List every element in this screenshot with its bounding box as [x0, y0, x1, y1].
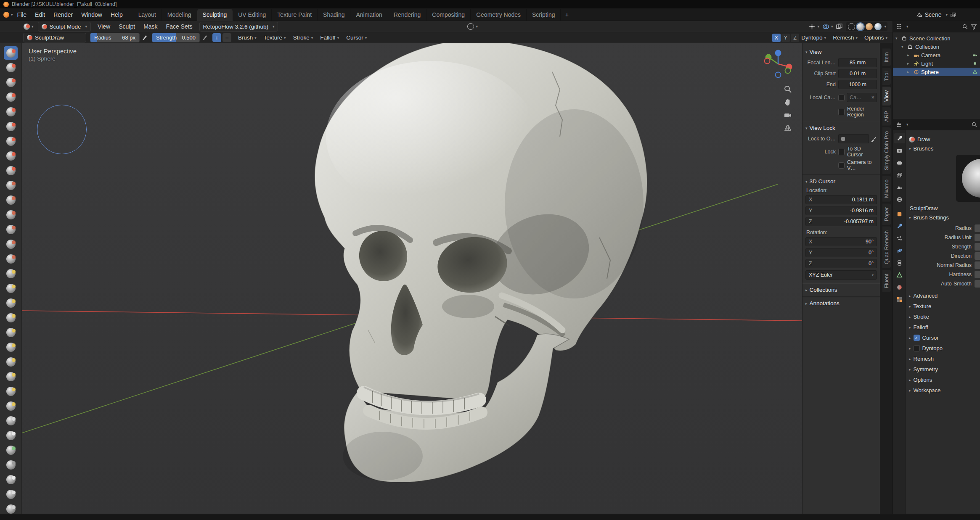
tool-simplify[interactable] — [4, 414, 18, 428]
clip-end-field[interactable]: 1000 m — [838, 80, 877, 89]
viewport-menu-mask[interactable]: Mask — [139, 23, 162, 30]
cursor-rz-field[interactable]: Z0° — [805, 259, 877, 268]
search-icon[interactable] — [962, 24, 968, 30]
outliner-editor-icon[interactable] — [896, 24, 902, 30]
tool-blob[interactable] — [4, 149, 18, 163]
workspace-tab-animation[interactable]: Animation — [350, 9, 388, 21]
workspace-tab-shading[interactable]: Shading — [318, 9, 350, 21]
section-dyntopo[interactable]: ▸Dyntopo — [909, 345, 980, 351]
tool-multi-plane-scrape[interactable] — [4, 238, 18, 251]
popover-texture[interactable]: Texture▾ — [264, 34, 286, 41]
outliner-row-scene-collection[interactable]: ▾ Scene Collection — [893, 34, 980, 42]
zoom-button[interactable] — [782, 84, 793, 95]
outliner-row-collection[interactable]: ▾ Collection — [893, 42, 980, 51]
xray-toggle-icon[interactable] — [836, 23, 843, 30]
3d-cursor-section-header[interactable]: ▾3D Cursor — [805, 178, 877, 185]
popover-brush[interactable]: Brush▾ — [238, 34, 257, 41]
tab-modifiers[interactable] — [894, 221, 905, 231]
viewport-menu-face-sets[interactable]: Face Sets — [162, 23, 197, 30]
workspace-tab-rendering[interactable]: Rendering — [388, 9, 427, 21]
disclosure-icon[interactable]: ▾ — [901, 45, 906, 49]
section-advanced[interactable]: ▸Advanced — [909, 293, 980, 299]
workspace-tab-scripting[interactable]: Scripting — [527, 9, 561, 21]
tool-clay-thumb[interactable] — [4, 105, 18, 119]
setting-row-radius-unit[interactable]: Radius Unit — [909, 233, 980, 242]
tool-boundary[interactable] — [4, 385, 18, 398]
brush-preview[interactable] — [956, 155, 980, 202]
slider-sliver[interactable] — [975, 252, 980, 260]
navigation-gizmo[interactable] — [762, 48, 794, 80]
tool-rotate[interactable] — [4, 355, 18, 369]
lock-to-object-field[interactable] — [838, 134, 869, 143]
slider-sliver[interactable] — [975, 243, 980, 251]
pan-hand-button[interactable] — [782, 97, 793, 108]
scene-selector[interactable]: Scene ▾ — [916, 8, 956, 21]
axis-z-neg-handle[interactable] — [776, 72, 781, 78]
tool-draw-face-sets[interactable] — [4, 443, 18, 457]
disclosure-icon[interactable]: ▸ — [907, 53, 911, 57]
outliner-row-camera[interactable]: ▸ Camera — [893, 51, 980, 59]
workspace-tab-modeling[interactable]: Modeling — [162, 9, 197, 21]
render-region-checkbox[interactable] — [838, 109, 845, 115]
mirror-y[interactable]: Y — [781, 34, 790, 42]
popover-cursor[interactable]: Cursor▾ — [346, 34, 367, 41]
strength-pressure-icon[interactable] — [201, 34, 208, 41]
axis-z-handle[interactable] — [775, 50, 781, 56]
viewport-menu-sculpt[interactable]: Sculpt — [114, 23, 139, 30]
setting-row-hardness[interactable]: Hardness — [909, 270, 980, 279]
sidebar-tab-mixamo[interactable]: Mixamo — [882, 176, 891, 202]
menu-render[interactable]: Render — [49, 8, 77, 21]
menu-file[interactable]: File — [13, 8, 31, 21]
tab-scene[interactable] — [894, 182, 905, 192]
light-data-icon[interactable] — [972, 61, 977, 66]
sidebar-tab-fluent[interactable]: Fluent — [882, 270, 891, 292]
tool-mask[interactable] — [4, 429, 18, 442]
mode-dropdown[interactable]: Sculpt Mode ▾ — [38, 22, 91, 32]
camera-data-icon[interactable] — [972, 53, 977, 58]
focal-length-field[interactable]: 85 mm — [838, 58, 877, 67]
tool-pose[interactable] — [4, 326, 18, 339]
shading-material-button[interactable] — [866, 23, 873, 30]
properties-editor-icon[interactable] — [896, 121, 902, 128]
retopoflow-dropdown[interactable]: RetopoFlow 3.2.6 (github) ▾ — [199, 22, 278, 32]
workspace-tab-sculpting[interactable]: Sculpting — [197, 9, 233, 21]
editor-type-button[interactable]: ▾ — [24, 24, 34, 30]
slider-sliver[interactable] — [975, 261, 980, 269]
section-checkbox[interactable] — [914, 345, 920, 351]
tab-render[interactable] — [894, 145, 905, 156]
brush-datablock-name[interactable]: SculptDraw — [910, 205, 980, 211]
popover-remesh[interactable]: Remesh▾ — [833, 34, 858, 41]
viewport-menu-view[interactable]: View — [93, 23, 114, 30]
tool-cloth[interactable] — [4, 399, 18, 413]
tool-thumb[interactable] — [4, 311, 18, 325]
section-falloff[interactable]: ▸Falloff — [909, 324, 980, 330]
popover-options[interactable]: Options▾ — [864, 34, 887, 41]
tab-texture[interactable] — [894, 294, 905, 304]
tool-elastic-deform[interactable] — [4, 282, 18, 295]
mesh-data-icon[interactable] — [972, 69, 977, 74]
slider-sliver[interactable] — [975, 280, 980, 288]
gizmos-toggle[interactable]: ▾ — [808, 23, 819, 30]
outliner-row-sphere[interactable]: ▸ Sphere — [893, 68, 980, 76]
tool-smooth[interactable] — [4, 179, 18, 192]
mirror-x[interactable]: X — [772, 34, 781, 42]
slider-sliver[interactable] — [975, 234, 980, 241]
tab-constraints[interactable] — [894, 258, 905, 268]
overlays-toggle[interactable]: ▾ — [822, 23, 833, 30]
section-remesh[interactable]: ▸Remesh — [909, 356, 980, 362]
camera-view-button[interactable] — [782, 110, 793, 121]
tab-view-layer[interactable] — [894, 170, 905, 180]
tab-object-data[interactable] — [894, 270, 905, 280]
tool-inflate[interactable] — [4, 135, 18, 148]
collections-section-header[interactable]: ▸Collections — [805, 287, 877, 293]
popover-dyntopo[interactable]: Dyntopo▾ — [801, 34, 826, 41]
eyedropper-icon[interactable] — [871, 136, 877, 142]
cursor-x-field[interactable]: X0.1811 m — [805, 195, 877, 204]
section-stroke[interactable]: ▸Stroke — [909, 314, 980, 320]
tool-box-mask[interactable] — [4, 473, 18, 486]
tab-object[interactable] — [894, 209, 905, 219]
tab-physics[interactable] — [894, 245, 905, 256]
outliner-row-light[interactable]: ▸ Light — [893, 59, 980, 68]
workspace-tab-uv-editing[interactable]: UV Editing — [233, 9, 272, 21]
tool-fill[interactable] — [4, 208, 18, 222]
